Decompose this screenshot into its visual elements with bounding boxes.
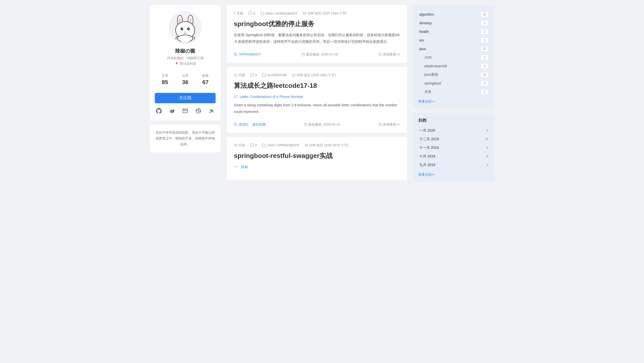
svg-point-10	[179, 31, 183, 33]
svg-point-15	[210, 112, 211, 113]
article-category-3: JAVA / SPRINGBOOT	[262, 143, 299, 147]
folder-icon-2	[262, 73, 266, 77]
archive-list: 一月 20204十二月 201915十一月 20195十月 20198九月 20…	[418, 126, 489, 169]
category-count: 3	[481, 64, 488, 68]
rss-icon[interactable]	[208, 107, 215, 114]
archive-name: 十二月 2019	[419, 137, 439, 142]
archive-count: 4	[486, 129, 488, 132]
stat-articles: 文章 85	[162, 73, 168, 86]
article-time-1: 7 天前	[234, 11, 243, 16]
article-time-3: 15 天前	[234, 143, 245, 148]
archive-count: 9	[486, 163, 488, 167]
weibo-icon[interactable]	[168, 107, 176, 114]
article-link-2[interactable]: 17. Letter Combinations of a Phone Numbe…	[234, 94, 400, 100]
github-icon[interactable]	[155, 107, 162, 114]
tag-double-pointer[interactable]: 双指针	[239, 122, 249, 127]
article-excerpt-2: 17. Letter Combinations of a Phone Numbe…	[234, 94, 400, 115]
comment-icon-3	[250, 143, 254, 147]
article-title-2[interactable]: 算法成长之路leetcode17-18	[234, 81, 400, 90]
archive-name: 一月 2020	[419, 128, 435, 133]
read-more-1[interactable]: 阅读更多>>	[378, 52, 400, 57]
comment-icon-2	[250, 73, 254, 77]
category-count: 1	[481, 90, 488, 94]
article-category-1: JAVA / SPRINGBOOT	[260, 11, 297, 15]
archive-title: 归档	[418, 118, 489, 123]
category-name: ios	[419, 38, 424, 42]
read-icon	[378, 53, 382, 56]
svg-rect-17	[302, 53, 305, 56]
calendar-icon	[301, 53, 305, 56]
category-item[interactable]: java基础10	[418, 70, 489, 79]
category-item[interactable]: 并发1	[418, 88, 489, 96]
category-name: health	[419, 30, 429, 34]
archive-item[interactable]: 十一月 20195	[418, 144, 489, 152]
article-readtime-1: 10 分钟 读完 (大约 1544 个字)	[302, 11, 347, 16]
follow-button[interactable]: 关注我	[155, 93, 216, 103]
article-comments-2: 0	[250, 73, 257, 77]
article-tags-1: SPRINGBOOT	[234, 52, 261, 56]
article-meta-2: 11 天前 0 ALGORITHM 12 分钟 读完 (大约 1802 个字)	[234, 73, 400, 77]
category-count: 1	[481, 21, 488, 25]
folder-icon	[260, 11, 264, 15]
category-item[interactable]: ios1	[418, 36, 489, 45]
archive-item[interactable]: 十月 20198	[418, 152, 489, 161]
archive-view-all[interactable]: 查看全部>>	[418, 172, 489, 177]
read-more-2[interactable]: 阅读更多>>	[378, 122, 400, 127]
archive-count: 5	[486, 146, 488, 150]
tag-icon-2	[234, 123, 237, 126]
article-category-2: ALGORITHM	[262, 73, 287, 77]
archive-name: 九月 2019	[419, 163, 435, 167]
svg-point-12	[178, 35, 193, 42]
category-item[interactable]: health1	[418, 27, 489, 36]
archive-count: 8	[486, 155, 488, 158]
article-title-3[interactable]: springboot-restful-swagger实战	[234, 151, 400, 160]
comment-icon	[248, 11, 252, 15]
svg-rect-22	[304, 123, 307, 126]
article-title-1[interactable]: springboot优雅的停止服务	[234, 19, 400, 28]
category-item[interactable]: develop1	[418, 19, 489, 27]
category-item[interactable]: java27	[418, 45, 489, 53]
article-card-2: 11 天前 0 ALGORITHM 12 分钟 读完 (大约 1802 个字) …	[227, 67, 407, 133]
category-item[interactable]: algorithm13	[418, 10, 489, 19]
archive-item[interactable]: 一月 20204	[418, 126, 489, 135]
profile-location: 📍 阿尔及利亚	[175, 62, 196, 66]
tag-icon	[234, 53, 237, 56]
tag-recursion[interactable]: 递归回溯	[252, 122, 266, 127]
archive-card: 归档 一月 20204十二月 201915十一月 20195十月 20198九月…	[413, 113, 494, 182]
category-count: 1	[481, 29, 488, 34]
calendar-icon-2	[304, 123, 307, 126]
quote-card: 总在不停寻觅你的踪影，无论十字路口抑或梦境之中，明知你不在，却依然不停地找寻。	[150, 125, 221, 152]
dribbble-icon[interactable]	[195, 107, 202, 114]
avatar	[169, 11, 202, 44]
profile-bio: 尚未执佩剑，转眼即江湖	[167, 56, 203, 61]
category-count: 10	[481, 72, 488, 77]
archive-count: 15	[485, 137, 488, 141]
article-footer-1: SPRINGBOOT 最后修改: 2020-01-18 阅读更多>>	[234, 49, 400, 57]
svg-point-8	[188, 28, 189, 29]
svg-point-7	[182, 28, 183, 29]
svg-point-11	[188, 31, 191, 33]
svg-point-14	[196, 109, 201, 113]
left-sidebar: 辣椒の酱 尚未执佩剑，转眼即江湖 📍 阿尔及利亚 文章 85 分类 36 标签 …	[150, 5, 221, 182]
folder-icon-3	[262, 143, 266, 147]
stat-tags: 标签 67	[202, 73, 209, 86]
article-link-3[interactable]: 一、目标	[234, 164, 400, 170]
profile-stats: 文章 85 分类 36 标签 67	[155, 70, 216, 89]
avatar-image	[171, 14, 199, 42]
article-comments-1: 0	[248, 11, 255, 15]
category-item[interactable]: springboot2	[418, 79, 489, 88]
tag-springboot[interactable]: SPRINGBOOT	[239, 52, 261, 56]
main-content: 7 天前 0 JAVA / SPRINGBOOT 10 分钟 读完 (大约 15…	[227, 5, 407, 182]
article-card-3: 15 天前 0 JAVA / SPRINGBOOT 18 分钟 读完 (大约 2…	[227, 137, 407, 180]
right-sidebar: algorithm13develop1health1ios1java27JVM1…	[413, 5, 494, 182]
last-modified-1: 最后修改: 2020-01-18	[301, 52, 338, 57]
category-count: 27	[481, 47, 488, 51]
archive-item[interactable]: 九月 20199	[418, 161, 489, 169]
category-item[interactable]: JVM1	[418, 53, 489, 62]
archive-item[interactable]: 十二月 201915	[418, 135, 489, 144]
email-icon[interactable]	[182, 107, 189, 114]
category-count: 2	[481, 81, 488, 86]
category-name: JVM	[419, 55, 431, 59]
categories-view-all[interactable]: 查看全部>>	[418, 99, 489, 104]
category-item[interactable]: elasticsearch63	[418, 62, 489, 70]
